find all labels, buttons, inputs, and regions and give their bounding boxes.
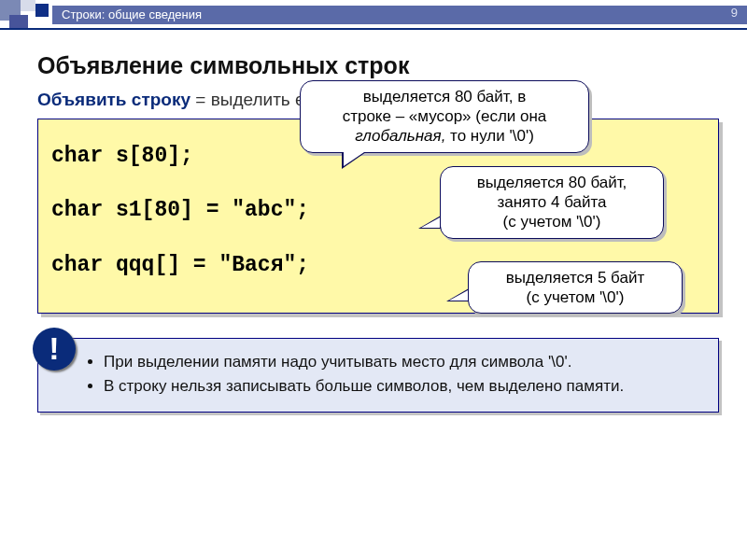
page-number: 9 [731,6,738,20]
lead-term: Объявить строку [37,90,190,109]
callout-tail-icon [342,152,366,169]
callout-2: выделяется 80 байт, занято 4 байта (с уч… [440,166,664,239]
callout-3-line2: (с учетом '\0') [527,288,625,306]
callout-3: выделяется 5 байт (с учетом '\0') [468,261,683,315]
note-box: ! При выделении памяти надо учитывать ме… [37,338,719,413]
callout-3-line1: выделяется 5 байт [506,269,644,287]
slide-header: Строки: общие сведения 9 [0,0,747,30]
exclamation-icon: ! [33,328,76,371]
callout-1-italic: глобальная, [355,127,445,145]
breadcrumb: Строки: общие сведения [52,6,747,24]
logo-squares-icon [0,0,52,28]
callout-1-line3: то нули '\0') [445,127,533,145]
callout-1: выделяется 80 байт, в строке – «мусор» (… [300,80,589,153]
callout-1-line1: выделяется 80 байт, в [363,88,526,105]
code-block: char s[80]; char s1[80] = "abc"; char qq… [37,119,719,315]
callout-tail-icon [446,288,469,301]
callout-1-line2: строке – «мусор» (если она [343,107,547,125]
callout-tail-icon [418,216,441,229]
callout-2-line3: (с учетом '\0') [503,213,601,231]
callout-2-line1: выделяется 80 байт, [477,174,627,191]
note-item-1: При выделении памяти надо учитывать мест… [104,352,703,372]
note-item-2: В строку нельзя записывать больше символ… [104,376,703,397]
callout-2-line2: занято 4 байта [497,193,606,211]
page-title: Объявление символьных строк [37,52,719,79]
